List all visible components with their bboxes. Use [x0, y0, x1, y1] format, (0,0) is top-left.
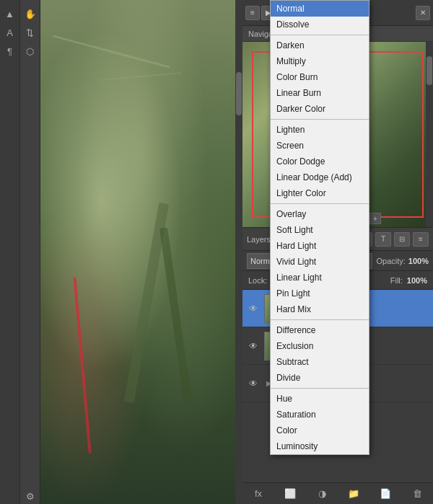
- blend-option-divide[interactable]: Divide: [271, 370, 369, 386]
- layers-btn-grid[interactable]: ⊟: [394, 232, 410, 247]
- action-new[interactable]: 📄: [377, 486, 393, 502]
- nav-vscrollbar[interactable]: [426, 42, 433, 227]
- blend-option-screen[interactable]: Screen: [271, 138, 369, 154]
- blend-option-multiply[interactable]: Multiply: [271, 53, 369, 69]
- blend-separator-2: [271, 203, 369, 204]
- blend-option-hard-mix[interactable]: Hard Mix: [271, 301, 369, 317]
- canvas-area: [40, 0, 242, 504]
- blend-option-normal[interactable]: Normal: [271, 1, 369, 17]
- blend-option-exclusion[interactable]: Exclusion: [271, 338, 369, 354]
- zoom-tool[interactable]: ⇅: [22, 25, 38, 40]
- left-toolbar: ▲ A ¶: [0, 0, 20, 504]
- layers-btn-more[interactable]: ≡: [413, 232, 429, 247]
- blend-option-hue[interactable]: Hue: [271, 391, 369, 407]
- hand-tool[interactable]: ✋: [22, 6, 38, 22]
- blend-option-luminosity[interactable]: Luminosity: [271, 438, 369, 454]
- blend-separator-0: [271, 35, 369, 35]
- blend-option-pin-light[interactable]: Pin Light: [271, 286, 369, 301]
- opacity-value: 100%: [408, 257, 429, 265]
- layers-label: Layers: [247, 235, 271, 244]
- layer-eye-background[interactable]: 👁: [247, 340, 260, 353]
- lock-label: Lock:: [248, 276, 267, 285]
- blend-option-darker-color[interactable]: Darker Color: [271, 101, 369, 117]
- action-delete[interactable]: 🗑: [409, 486, 425, 502]
- fill-value: 100%: [407, 276, 427, 285]
- action-fx[interactable]: fx: [250, 486, 266, 502]
- blend-separator-1: [271, 119, 369, 120]
- blend-option-lighter-color[interactable]: Lighter Color: [271, 185, 369, 201]
- layers-actions: fx ⬜ ◑ 📁 📄 🗑: [242, 482, 433, 504]
- blend-option-difference[interactable]: Difference: [271, 322, 369, 338]
- blend-option-overlay[interactable]: Overlay: [271, 206, 369, 222]
- blend-option-color[interactable]: Color: [271, 423, 369, 438]
- blend-option-linear-light[interactable]: Linear Light: [271, 270, 369, 286]
- action-adjust[interactable]: ◑: [314, 486, 330, 502]
- blend-option-soft-light[interactable]: Soft Light: [271, 222, 369, 238]
- blend-option-darken[interactable]: Darken: [271, 37, 369, 53]
- blend-option-linear-burn[interactable]: Linear Burn: [271, 85, 369, 101]
- blend-option-color-dodge[interactable]: Color Dodge: [271, 154, 369, 169]
- action-group[interactable]: 📁: [346, 486, 362, 502]
- blend-option-lighten[interactable]: Lighten: [271, 122, 369, 138]
- paragraph-tool[interactable]: ¶: [2, 43, 18, 59]
- strip-btn-1[interactable]: ≡: [245, 6, 260, 20]
- layer-eye-background-copy[interactable]: 👁: [247, 302, 260, 315]
- blend-option-vivid-light[interactable]: Vivid Light: [271, 254, 369, 270]
- blend-mode-dropdown[interactable]: NormalDissolveDarkenMultiplyColor BurnLi…: [270, 0, 369, 455]
- blend-option-dissolve[interactable]: Dissolve: [271, 17, 369, 32]
- blend-option-saturation[interactable]: Saturation: [271, 407, 369, 423]
- second-toolbar: ✋ ⇅ ⬡ ⚙: [20, 0, 40, 504]
- blend-separator-4: [271, 388, 369, 389]
- blend-option-color-burn[interactable]: Color Burn: [271, 69, 369, 85]
- fill-label: Fill:: [390, 276, 403, 285]
- blend-option-linear-dodge-(add)[interactable]: Linear Dodge (Add): [271, 169, 369, 185]
- adjust-tool[interactable]: ⬡: [22, 43, 38, 59]
- blend-separator-3: [271, 319, 369, 320]
- layer-eye-original-image[interactable]: 👁: [247, 377, 260, 390]
- opacity-row: Opacity: 100%: [377, 257, 429, 265]
- layers-btn-text[interactable]: T: [375, 232, 391, 247]
- options-tool[interactable]: ⚙: [22, 488, 38, 504]
- strip-btn-close[interactable]: ✕: [416, 6, 430, 20]
- canvas-scrollbar[interactable]: [235, 0, 242, 504]
- canvas-scroll-thumb[interactable]: [236, 72, 242, 115]
- nav-zoom-in[interactable]: +: [369, 213, 381, 224]
- action-mask[interactable]: ⬜: [282, 486, 298, 502]
- blend-option-hard-light[interactable]: Hard Light: [271, 238, 369, 254]
- type-tool[interactable]: A: [2, 25, 18, 40]
- nav-vscroll-thumb[interactable]: [427, 56, 432, 85]
- blend-option-subtract[interactable]: Subtract: [271, 354, 369, 370]
- opacity-label: Opacity:: [377, 257, 406, 265]
- move-tool[interactable]: ▲: [2, 6, 18, 22]
